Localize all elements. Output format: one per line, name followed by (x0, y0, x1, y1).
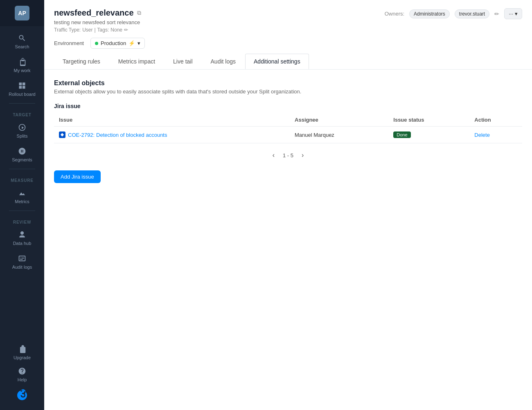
search-icon (18, 34, 27, 43)
data-hub-icon (18, 230, 27, 239)
sidebar-item-segments-label: Segments (12, 157, 32, 162)
sidebar-item-help[interactable]: Help (0, 363, 44, 385)
page-next-button[interactable]: › (298, 150, 307, 161)
col-issue: Issue (54, 113, 290, 127)
sidebar-item-upgrade[interactable]: Upgrade (0, 341, 44, 363)
env-chevron-down-icon: ▾ (138, 40, 140, 46)
tags-label: Tags: (97, 27, 109, 33)
col-status: Issue status (388, 113, 469, 127)
header-meta: Traffic Type: User | Tags: None ✏ (54, 27, 141, 33)
header-right: Owners: Administrators trevor.stuart ✏ ·… (385, 8, 522, 19)
sidebar-item-rollout-board[interactable]: Rollout board (0, 77, 44, 101)
more-actions-button[interactable]: ··· ▾ (504, 8, 522, 19)
nav-divider-3 (9, 211, 36, 211)
env-selected-value: Production (101, 40, 126, 46)
owner-2-tag[interactable]: trevor.stuart (455, 9, 489, 18)
metrics-icon (18, 188, 27, 197)
sidebar-item-segments[interactable]: Segments (0, 143, 44, 166)
sidebar-logo-area: AP (0, 0, 44, 26)
measure-section-label: MEASURE (11, 172, 34, 184)
sidebar-item-audit-logs-label: Audit logs (12, 265, 32, 270)
issue-key: COE-2792 (68, 132, 93, 138)
issue-title: Detection of blocked accounts (96, 132, 167, 138)
external-objects-title: External objects (54, 79, 522, 87)
jira-section-title: Jira issue (54, 103, 522, 109)
table-header-row: Issue Assignee Issue status Action (54, 113, 522, 127)
nav-divider-1 (9, 103, 36, 104)
traffic-type-label: Traffic Type: (54, 27, 81, 33)
sidebar: AP Search My work Rollout board TARGET (0, 0, 44, 410)
page-prev-button[interactable]: ‹ (269, 150, 278, 161)
sidebar-item-metrics-label: Metrics (15, 199, 29, 204)
sidebar-nav: Search My work Rollout board TARGET Spli… (0, 26, 44, 274)
delete-action-link[interactable]: Delete (474, 132, 490, 138)
env-warning-icon: ⚡ (128, 40, 135, 46)
page-info: 1 - 5 (283, 152, 293, 159)
page-header: newsfeed_relevance ⧉ testing new newsfee… (44, 0, 532, 70)
svg-marker-0 (61, 133, 64, 136)
sidebar-bottom: Upgrade Help (0, 341, 44, 410)
header-top-row: newsfeed_relevance ⧉ testing new newsfee… (54, 8, 522, 33)
status-badge: Done (393, 131, 410, 138)
add-jira-issue-button[interactable]: Add Jira issue (54, 170, 101, 183)
table-row: COE-2792: Detection of blocked accounts … (54, 127, 522, 143)
pagination-bar: ‹ 1 - 5 › (54, 143, 522, 164)
more-chevron: ▾ (515, 11, 518, 17)
assignee-cell: Manuel Marquez (290, 127, 388, 143)
issue-cell: COE-2792: Detection of blocked accounts (54, 127, 290, 143)
table-header: Issue Assignee Issue status Action (54, 113, 522, 127)
page-title: newsfeed_relevance (54, 8, 134, 18)
meta-separator: | (94, 27, 95, 33)
edit-owners-button[interactable]: ✏ (494, 11, 499, 17)
environment-label: Environment (54, 40, 84, 46)
sidebar-item-rollout-label: Rollout board (9, 92, 35, 97)
sidebar-item-splits-label: Splits (17, 134, 28, 138)
owners-label: Owners: (385, 11, 404, 17)
table-body: COE-2792: Detection of blocked accounts … (54, 127, 522, 143)
target-section-label: TARGET (13, 106, 31, 119)
more-dots: ··· (509, 11, 513, 17)
header-left: newsfeed_relevance ⧉ testing new newsfee… (54, 8, 141, 33)
owner-1-tag[interactable]: Administrators (409, 9, 450, 18)
tags-value: None (110, 27, 122, 33)
traffic-type-value: User (82, 27, 92, 33)
action-cell: Delete (469, 127, 522, 143)
jira-icon (59, 131, 65, 138)
sidebar-item-search[interactable]: Search (0, 29, 44, 53)
segments-icon (18, 147, 27, 156)
sidebar-item-search-label: Search (15, 44, 29, 49)
page-subtitle: testing new newsfeed sort relevance (54, 19, 141, 25)
tab-live-tail[interactable]: Live tail (165, 54, 201, 69)
sidebar-item-audit-logs[interactable]: Audit logs (0, 250, 44, 274)
copy-title-button[interactable]: ⧉ (137, 9, 141, 16)
sidebar-item-data-hub[interactable]: Data hub (0, 226, 44, 250)
sidebar-item-my-work[interactable]: My work (0, 53, 44, 77)
audit-logs-icon (18, 254, 27, 263)
sidebar-item-my-work-label: My work (14, 68, 31, 73)
tab-audit-logs[interactable]: Audit logs (202, 54, 244, 69)
splits-icon (18, 123, 27, 132)
brand-logo (0, 385, 44, 405)
tab-bar: Targeting rules Metrics impact Live tail… (54, 54, 522, 69)
issue-link[interactable]: COE-2792: Detection of blocked accounts (59, 131, 285, 138)
col-action: Action (469, 113, 522, 127)
rollout-board-icon (18, 81, 27, 90)
my-work-icon (18, 57, 27, 66)
tab-additional-settings[interactable]: Additional settings (245, 54, 309, 69)
sidebar-item-splits[interactable]: Splits (0, 119, 44, 143)
col-assignee: Assignee (290, 113, 388, 127)
tab-targeting-rules[interactable]: Targeting rules (54, 54, 109, 69)
sidebar-item-data-hub-label: Data hub (13, 241, 32, 246)
user-avatar[interactable]: AP (15, 6, 29, 20)
env-status-dot (95, 42, 98, 45)
help-icon (18, 367, 27, 376)
upgrade-icon (18, 344, 27, 353)
external-objects-desc: External objects allow you to easily ass… (54, 88, 522, 95)
edit-tags-icon[interactable]: ✏ (124, 27, 128, 33)
tab-metrics-impact[interactable]: Metrics impact (110, 54, 164, 69)
review-section-label: REVIEW (13, 213, 31, 226)
environment-selector[interactable]: Production ⚡ ▾ (90, 38, 145, 49)
sidebar-item-metrics[interactable]: Metrics (0, 184, 44, 208)
help-label: Help (18, 377, 27, 382)
environment-bar: Environment Production ⚡ ▾ (54, 33, 522, 49)
